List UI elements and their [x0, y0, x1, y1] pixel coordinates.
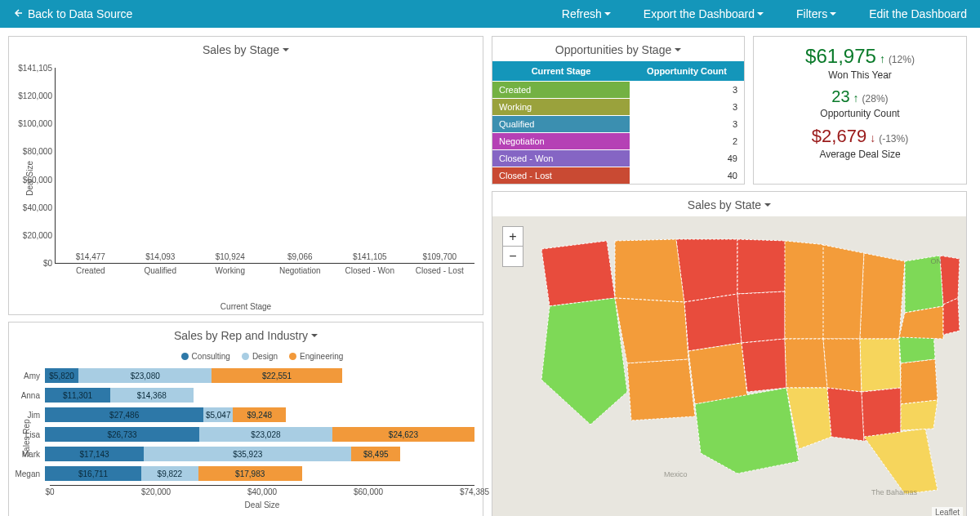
bar-segment: $35,923	[144, 447, 351, 461]
sales-by-rep-chart: Sales Rep Consulting Design Engineering …	[9, 347, 483, 516]
bar-track: $11,301$14,368	[45, 388, 474, 403]
bar-segment: $23,028	[199, 427, 332, 442]
x-tick: $20,000	[141, 487, 171, 496]
x-tick: Working	[216, 263, 246, 275]
bar: $14,477Created	[56, 252, 126, 263]
x-tick: $0	[45, 487, 54, 496]
zoom-in-button[interactable]: +	[503, 227, 523, 247]
title-text: Sales by Stage	[203, 43, 279, 56]
x-tick: $40,000	[247, 487, 277, 496]
table-row: Created3	[492, 81, 744, 98]
count-cell: 3	[630, 116, 744, 132]
zoom-out-button[interactable]: −	[503, 247, 523, 266]
bar-row: Anna$11,301$14,368	[50, 385, 474, 405]
bar-segment: $5,820	[45, 368, 78, 383]
card-title[interactable]: Opportunities by Stage	[492, 37, 744, 61]
row-label: Amy	[12, 371, 45, 380]
edit-link[interactable]: Edit the Dashboard	[869, 7, 967, 20]
legend-label: Consulting	[192, 352, 230, 361]
kpi-card: $61,975 ↑ (12%) Won This Year 23 ↑ (28%)…	[753, 36, 967, 185]
title-text: Sales by Rep and Industry	[174, 329, 308, 342]
refresh-label: Refresh	[562, 7, 602, 20]
arrow-up-icon: ↑	[853, 91, 859, 105]
bar-segment: $9,822	[141, 466, 198, 481]
map[interactable]: + −	[492, 216, 966, 516]
export-menu[interactable]: Export the Dashboard	[644, 7, 764, 20]
legend-label: Engineering	[300, 352, 343, 361]
table-header: Current Stage Opportunity Count	[492, 61, 744, 81]
row-label: Jim	[12, 411, 45, 420]
bar: $141,105Closed - Won	[335, 252, 405, 263]
bar-track: $16,711$9,822$17,983	[45, 466, 474, 481]
swatch-icon	[289, 353, 296, 360]
chevron-down-icon	[283, 48, 289, 51]
table-row: Working3	[492, 98, 744, 115]
map-attribution: Leaflet	[932, 507, 963, 516]
bar-row: Megan$16,711$9,822$17,983	[50, 464, 474, 483]
chevron-down-icon	[311, 334, 318, 337]
x-tick: Created	[76, 263, 105, 275]
bar-row: Mark$17,143$35,923$8,495	[50, 444, 474, 464]
y-tick: $120,000	[18, 91, 56, 100]
legend-item: Engineering	[289, 352, 343, 361]
kpi-value: $61,975 ↑ (12%)	[805, 45, 915, 68]
legend-item: Design	[242, 352, 278, 361]
bar-segment: $17,143	[45, 447, 144, 461]
kpi-pct: (-13%)	[879, 133, 908, 145]
x-axis: Deal Size $0$20,000$40,000$60,000$74,385	[50, 485, 474, 496]
export-label: Export the Dashboard	[644, 7, 755, 20]
card-title[interactable]: Sales by State	[492, 192, 966, 216]
bar: $109,700Closed - Lost	[405, 252, 475, 263]
x-tick: Negotiation	[279, 263, 321, 275]
count-cell: 3	[630, 82, 744, 98]
bar-segment: $26,733	[45, 427, 199, 442]
usa-map-icon	[492, 216, 966, 510]
bar: $9,066Negotiation	[265, 252, 336, 263]
bar-segment: $27,486	[45, 407, 203, 422]
back-label: Back to Data Source	[28, 7, 132, 20]
title-text: Opportunities by Stage	[555, 43, 671, 56]
card-title[interactable]: Sales by Rep and Industry	[9, 322, 483, 347]
topbar: Back to Data Source Refresh Export the D…	[0, 0, 980, 28]
back-link[interactable]: Back to Data Source	[13, 7, 132, 20]
stage-cell: Qualified	[492, 116, 630, 132]
count-cell: 40	[630, 167, 744, 184]
sales-by-stage-card: Sales by Stage Deal Size Current Stage $…	[8, 36, 483, 315]
bar-value: $14,477	[76, 252, 105, 261]
kpi-label: Won This Year	[767, 69, 953, 81]
kpi-number: 23	[831, 87, 849, 106]
stage-cell: Working	[492, 99, 630, 115]
card-title[interactable]: Sales by Stage	[9, 37, 483, 61]
opportunities-table: Current Stage Opportunity Count Created3…	[492, 61, 744, 184]
y-axis-label: Sales Rep	[22, 419, 31, 456]
bar-row: Lisa$26,733$23,028$24,623	[50, 425, 474, 444]
bar: $14,093Qualified	[126, 252, 196, 263]
count-cell: 2	[630, 133, 744, 149]
stage-cell: Negotiation	[492, 133, 630, 149]
legend-label: Design	[252, 352, 278, 361]
legend-item: Consulting	[181, 352, 230, 361]
bar-row: Amy$5,820$23,080$22,551	[50, 366, 474, 385]
bar-track: $26,733$23,028$24,623	[45, 427, 474, 442]
plot-area: $14,477Created$14,093Qualified$10,924Wor…	[55, 68, 474, 264]
x-axis-label: Current Stage	[220, 302, 271, 311]
bar-segment: $17,983	[198, 466, 302, 481]
filters-menu[interactable]: Filters	[796, 7, 836, 20]
chevron-down-icon	[604, 12, 611, 16]
y-tick: $141,105	[18, 64, 56, 73]
kpi-number: $2,679	[812, 126, 866, 147]
arrow-down-icon: ↓	[870, 131, 875, 145]
legend: Consulting Design Engineering	[50, 352, 474, 366]
dashboard-content: Sales by Stage Deal Size Current Stage $…	[0, 28, 980, 516]
x-axis-label: Deal Size	[245, 500, 280, 509]
table-row: Qualified3	[492, 115, 744, 132]
kpi-value: 23 ↑ (28%)	[831, 87, 888, 106]
refresh-menu[interactable]: Refresh	[562, 7, 611, 20]
chevron-down-icon	[757, 12, 764, 16]
sales-by-rep-card: Sales by Rep and Industry Sales Rep Cons…	[8, 322, 483, 516]
opportunities-card: Opportunities by Stage Current Stage Opp…	[492, 36, 745, 185]
edit-label: Edit the Dashboard	[869, 7, 967, 20]
bar-segment: $24,623	[332, 427, 474, 442]
x-tick: $60,000	[354, 487, 383, 496]
bar-segment: $11,301	[45, 388, 110, 403]
